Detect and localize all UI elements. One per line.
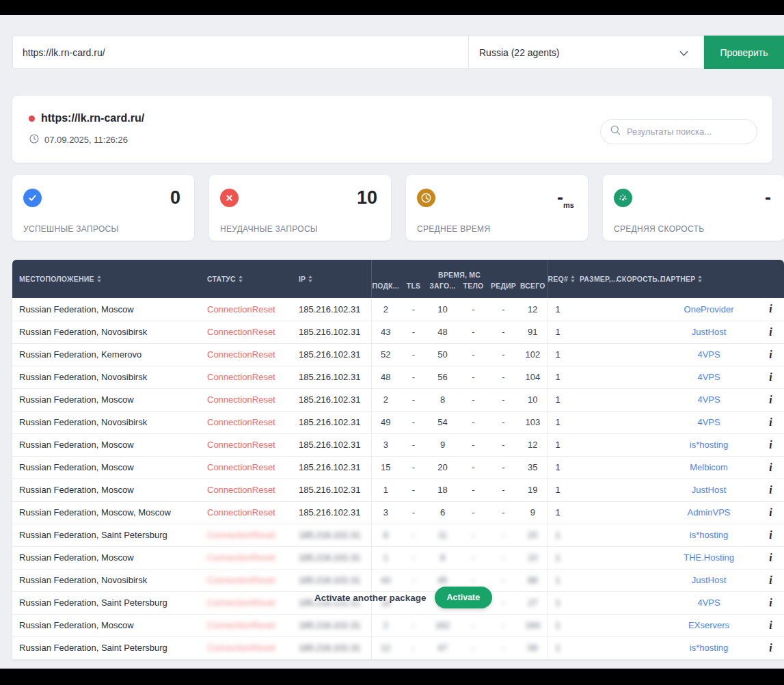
partner-link[interactable]: THE.Hosting: [684, 552, 734, 563]
location-cell: Russian Federation, Moscow: [12, 614, 195, 636]
url-input[interactable]: https://lk.rn-card.ru/: [12, 36, 468, 69]
sort-icon[interactable]: [571, 276, 575, 282]
partner-link[interactable]: AdminVPS: [688, 507, 731, 518]
activate-button[interactable]: Activate: [435, 587, 493, 608]
table-row[interactable]: Russian Federation, NovosibirskConnectio…: [12, 411, 784, 433]
table-row[interactable]: Russian Federation, Saint PetersburgConn…: [12, 636, 784, 659]
column-header-ip[interactable]: IP: [284, 260, 371, 298]
req-count-cell: 1: [548, 614, 580, 636]
partner-link[interactable]: is*hosting: [690, 440, 728, 450]
time-total-cell: 59: [518, 636, 548, 659]
column-header-location[interactable]: МЕСТОПОЛОЖЕНИЕ: [12, 260, 195, 298]
partner-link[interactable]: 4VPS: [697, 394, 720, 405]
size-cell: [580, 388, 617, 411]
time-redirect-cell: -: [489, 366, 518, 388]
partner-link[interactable]: 4VPS: [697, 597, 720, 608]
partner-link[interactable]: 4VPS: [697, 417, 720, 427]
table-row[interactable]: Russian Federation, MoscowConnectionRese…: [12, 479, 784, 501]
time-connect-cell: 52: [371, 343, 400, 366]
table-row[interactable]: Russian Federation, KemerovoConnectionRe…: [12, 343, 784, 366]
column-header-speed[interactable]: СКОРОСТЬ...: [617, 260, 660, 298]
table-row[interactable]: Russian Federation, Saint PetersburgConn…: [12, 524, 784, 546]
table-row[interactable]: Russian Federation, NovosibirskConnectio…: [12, 321, 784, 343]
column-header-body[interactable]: ТЕЛО: [458, 279, 489, 298]
time-tls-cell: -: [400, 636, 427, 659]
time-body-cell: -: [458, 388, 489, 411]
table-row[interactable]: Russian Federation, Moscow, MoscowConnec…: [12, 501, 784, 524]
sort-icon[interactable]: [239, 276, 243, 282]
table-row[interactable]: Russian Federation, MoscowConnectionRese…: [12, 433, 784, 456]
info-icon[interactable]: i: [769, 349, 772, 360]
check-button[interactable]: Проверить: [704, 36, 784, 69]
table-row[interactable]: Russian Federation, MoscowConnectionRese…: [12, 388, 784, 411]
req-count-cell: 1: [548, 546, 580, 569]
table-row[interactable]: Russian Federation, MoscowConnectionRese…: [12, 614, 784, 636]
partner-link[interactable]: 4VPS: [697, 349, 720, 360]
url-input-value: https://lk.rn-card.ru/: [23, 47, 105, 58]
time-load-cell: 54: [427, 411, 458, 433]
status-cell: ConnectionReset: [195, 546, 284, 569]
info-icon[interactable]: i: [769, 642, 772, 654]
speed-cell: [617, 298, 660, 321]
info-cell: i: [757, 569, 784, 591]
info-icon[interactable]: i: [769, 439, 772, 451]
info-icon[interactable]: i: [769, 597, 772, 608]
info-icon[interactable]: i: [769, 303, 772, 314]
ip-cell: 185.216.102.31: [284, 524, 371, 546]
size-cell: [580, 456, 617, 479]
partner-link[interactable]: 4VPS: [697, 372, 720, 382]
column-header-connect[interactable]: ПОДК...: [371, 279, 400, 298]
table-row[interactable]: Russian Federation, MoscowConnectionRese…: [12, 546, 784, 569]
sort-icon[interactable]: [308, 276, 312, 282]
column-header-status[interactable]: СТАТУС: [195, 260, 284, 298]
column-header-load[interactable]: ЗАГО...: [427, 279, 458, 298]
results-search-input[interactable]: Результаты поиска...: [600, 119, 757, 144]
region-select[interactable]: Russia (22 agents): [468, 36, 704, 69]
info-icon[interactable]: i: [769, 529, 772, 541]
info-icon[interactable]: i: [769, 326, 772, 338]
info-icon[interactable]: i: [769, 574, 772, 586]
column-header-tls[interactable]: TLS: [400, 279, 427, 298]
table-row[interactable]: Russian Federation, MoscowConnectionRese…: [12, 456, 784, 479]
partner-link[interactable]: JustHost: [692, 327, 727, 337]
partner-link[interactable]: Melbicom: [690, 462, 728, 472]
info-icon[interactable]: i: [769, 371, 772, 383]
partner-link[interactable]: OneProvider: [684, 304, 734, 314]
time-body-cell: -: [458, 546, 489, 569]
column-header-partner[interactable]: ПАРТНЕР: [660, 260, 757, 298]
req-count-cell: 1: [548, 456, 580, 479]
info-icon[interactable]: i: [769, 484, 772, 496]
location-cell: Russian Federation, Moscow, Moscow: [12, 501, 195, 524]
sort-icon[interactable]: [97, 276, 101, 282]
time-redirect-cell: -: [489, 298, 518, 321]
column-header-redirect[interactable]: РЕДИР: [489, 279, 518, 298]
partner-link[interactable]: is*hosting: [690, 530, 728, 540]
time-tls-cell: -: [400, 321, 427, 343]
info-icon[interactable]: i: [769, 619, 772, 631]
info-icon[interactable]: i: [769, 552, 772, 563]
speed-cell: [617, 433, 660, 456]
partner-cell: THE.Hosting: [660, 546, 757, 569]
column-header-req[interactable]: REQ#: [548, 260, 580, 298]
partner-link[interactable]: EXservers: [688, 620, 729, 630]
partner-cell: Melbicom: [660, 456, 757, 479]
speed-cell: [617, 614, 660, 636]
partner-link[interactable]: is*hosting: [690, 643, 728, 653]
info-icon[interactable]: i: [769, 507, 772, 518]
column-header-size[interactable]: РАЗМЕР,...: [580, 260, 617, 298]
column-header-total[interactable]: ВСЕГО: [518, 279, 548, 298]
sort-icon[interactable]: [698, 276, 702, 282]
stat-label: СРЕДНЕЕ ВРЕМЯ: [417, 224, 574, 234]
partner-link[interactable]: JustHost: [692, 575, 727, 585]
table-row[interactable]: Russian Federation, NovosibirskConnectio…: [12, 366, 784, 388]
info-icon[interactable]: i: [769, 416, 772, 428]
info-icon[interactable]: i: [769, 461, 772, 473]
table-row[interactable]: Russian Federation, MoscowConnectionRese…: [12, 298, 784, 321]
partner-link[interactable]: JustHost: [692, 485, 727, 495]
speed-cell: [617, 343, 660, 366]
time-load-cell: 18: [427, 479, 458, 501]
info-icon[interactable]: i: [769, 394, 772, 405]
location-cell: Russian Federation, Moscow: [12, 433, 195, 456]
req-count-cell: 1: [548, 591, 580, 614]
time-tls-cell: -: [400, 479, 427, 501]
